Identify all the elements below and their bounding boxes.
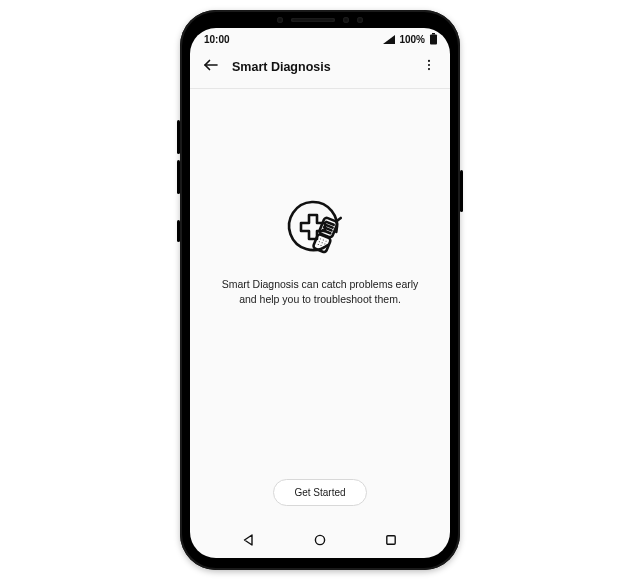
- more-vertical-icon: [422, 58, 436, 76]
- svg-point-23: [315, 535, 324, 544]
- more-options-button[interactable]: [418, 56, 440, 78]
- power-button: [460, 170, 463, 212]
- sensor-cluster: [277, 17, 363, 23]
- smart-diagnosis-icon: [283, 197, 357, 259]
- circle-home-icon: [314, 532, 326, 549]
- svg-point-12: [320, 238, 321, 239]
- nav-home-button[interactable]: [314, 532, 326, 544]
- get-started-button[interactable]: Get Started: [273, 479, 366, 506]
- app-body: Smart Diagnosis can catch problems early…: [190, 89, 450, 479]
- volume-up-button: [177, 120, 180, 154]
- screen: 10:00 100%: [190, 28, 450, 558]
- nav-recent-button[interactable]: [385, 532, 397, 544]
- description-text: Smart Diagnosis can catch problems early…: [215, 277, 425, 307]
- svg-point-4: [428, 64, 430, 66]
- svg-point-16: [321, 242, 322, 243]
- page-title: Smart Diagnosis: [232, 60, 408, 74]
- svg-point-15: [319, 241, 320, 242]
- svg-point-17: [324, 243, 325, 244]
- svg-rect-24: [386, 536, 394, 544]
- triangle-back-icon: [243, 532, 255, 549]
- svg-point-5: [428, 68, 430, 70]
- status-time: 10:00: [204, 34, 230, 45]
- arrow-left-icon: [202, 56, 220, 78]
- svg-point-3: [428, 60, 430, 62]
- app-header: Smart Diagnosis: [190, 50, 450, 88]
- battery-percent: 100%: [399, 34, 425, 45]
- status-bar: 10:00 100%: [190, 28, 450, 50]
- system-nav-bar: [190, 520, 450, 558]
- nav-back-button[interactable]: [243, 532, 255, 544]
- svg-point-19: [320, 245, 321, 246]
- back-button[interactable]: [200, 56, 222, 78]
- assistant-button: [177, 220, 180, 242]
- svg-point-18: [318, 244, 319, 245]
- svg-rect-1: [430, 35, 437, 45]
- volume-down-button: [177, 160, 180, 194]
- phone-frame: 10:00 100%: [180, 10, 460, 570]
- svg-marker-22: [245, 535, 253, 545]
- svg-point-14: [325, 240, 326, 241]
- svg-point-13: [323, 239, 324, 240]
- signal-icon: [383, 35, 395, 44]
- svg-rect-0: [432, 33, 435, 35]
- square-recent-icon: [385, 532, 397, 549]
- battery-icon: [429, 33, 438, 45]
